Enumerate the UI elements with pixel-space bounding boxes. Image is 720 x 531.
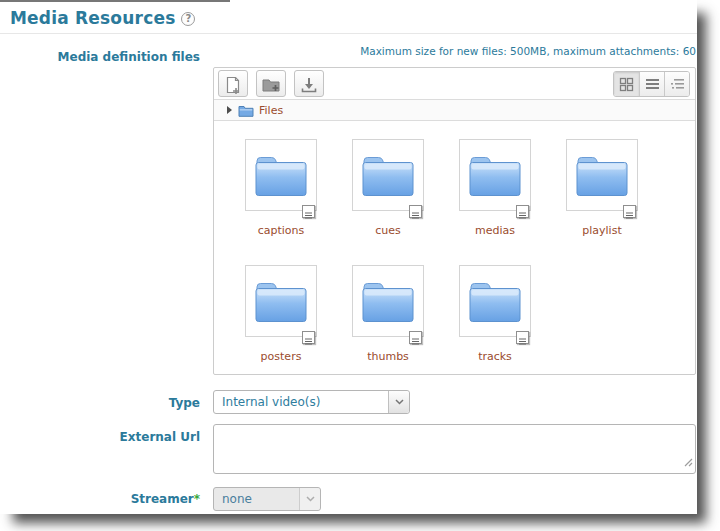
create-folder-icon: [261, 76, 281, 94]
folder-thumbnail[interactable]: [352, 265, 424, 337]
folder-icon: [575, 152, 629, 198]
folder-item[interactable]: captions: [245, 139, 317, 237]
download-all-button[interactable]: [294, 70, 324, 97]
breadcrumb: Files: [214, 99, 695, 121]
chevron-down-icon: [299, 488, 320, 510]
streamer-label: Streamer*: [0, 492, 200, 506]
folder-label[interactable]: captions: [245, 224, 317, 237]
folder-thumbnail[interactable]: [245, 139, 317, 211]
streamer-label-text: Streamer: [131, 492, 194, 506]
folder-label[interactable]: cues: [352, 224, 424, 237]
create-folder-button[interactable]: [256, 70, 286, 97]
form-page: Media Resources? Media definition files …: [0, 0, 697, 514]
folder-label[interactable]: tracks: [459, 350, 531, 363]
display-tree-button[interactable]: [664, 72, 689, 96]
folder-thumbnail[interactable]: [245, 265, 317, 337]
folder-context-menu-icon[interactable]: [623, 205, 636, 218]
display-list-icon: [645, 77, 660, 92]
folder-context-menu-icon[interactable]: [516, 331, 529, 344]
folder-icon: [468, 152, 522, 198]
folder-context-menu-icon[interactable]: [409, 205, 422, 218]
section-divider: [0, 33, 697, 34]
folder-context-menu-icon[interactable]: [302, 205, 315, 218]
folder-thumbnail[interactable]: [459, 139, 531, 211]
display-list-button[interactable]: [639, 72, 664, 96]
page-title-text: Media Resources: [10, 8, 175, 28]
help-icon[interactable]: ?: [181, 12, 195, 26]
folder-icon: [254, 278, 308, 324]
folder-item[interactable]: playlist: [566, 139, 638, 237]
folder-item[interactable]: medias: [459, 139, 531, 237]
streamer-select-value: none: [222, 492, 252, 506]
download-all-icon: [300, 76, 318, 94]
folder-item[interactable]: cues: [352, 139, 424, 237]
add-file-button[interactable]: [218, 70, 248, 97]
breadcrumb-folder-icon: [238, 104, 254, 117]
type-select[interactable]: Internal video(s): [213, 390, 410, 414]
display-icons-icon: [619, 77, 634, 92]
display-tree-icon: [670, 77, 685, 92]
expand-triangle-icon[interactable]: [227, 106, 232, 114]
breadcrumb-root-link[interactable]: Files: [259, 104, 283, 117]
file-manager-toolbar: [214, 68, 695, 99]
add-file-icon: [224, 75, 242, 95]
page-title: Media Resources?: [10, 8, 195, 28]
folder-context-menu-icon[interactable]: [409, 331, 422, 344]
external-url-label: External Url: [0, 430, 200, 444]
folder-grid: captions cues: [214, 121, 695, 391]
folder-label[interactable]: thumbs: [352, 350, 424, 363]
display-icons-button[interactable]: [614, 72, 639, 96]
folder-item[interactable]: thumbs: [352, 265, 424, 363]
crop-artifact: [0, 0, 230, 2]
file-manager: Files captions: [213, 67, 696, 375]
streamer-select[interactable]: none: [213, 487, 321, 511]
folder-icon: [254, 152, 308, 198]
view-mode-group: [613, 71, 690, 97]
folder-thumbnail[interactable]: [459, 265, 531, 337]
required-asterisk: *: [194, 492, 200, 506]
folder-item[interactable]: posters: [245, 265, 317, 363]
folder-icon: [361, 152, 415, 198]
folder-label[interactable]: posters: [245, 350, 317, 363]
external-url-textarea[interactable]: [213, 424, 696, 474]
folder-context-menu-icon[interactable]: [516, 205, 529, 218]
folder-icon: [468, 278, 522, 324]
folder-label[interactable]: medias: [459, 224, 531, 237]
resize-handle-icon[interactable]: [683, 452, 693, 471]
chevron-down-icon: [388, 391, 409, 413]
folder-icon: [361, 278, 415, 324]
folder-context-menu-icon[interactable]: [302, 331, 315, 344]
type-select-value: Internal video(s): [222, 395, 320, 409]
folder-thumbnail[interactable]: [352, 139, 424, 211]
folder-thumbnail[interactable]: [566, 139, 638, 211]
max-size-info: Maximum size for new files: 500MB, maxim…: [213, 45, 696, 57]
folder-item[interactable]: tracks: [459, 265, 531, 363]
media-definition-files-label: Media definition files: [0, 50, 200, 64]
folder-label[interactable]: playlist: [566, 224, 638, 237]
type-label: Type: [0, 396, 200, 410]
